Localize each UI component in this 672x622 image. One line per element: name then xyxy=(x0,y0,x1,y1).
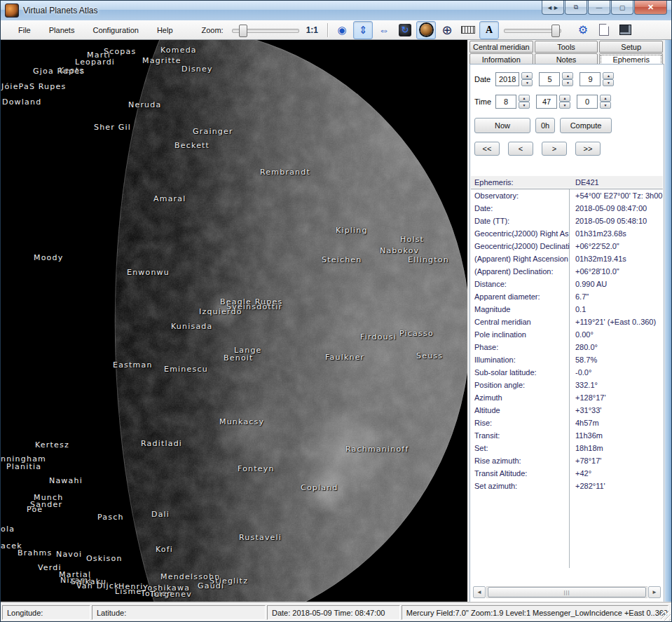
map-label: Enwonwu xyxy=(127,268,170,277)
map-label: Planitia xyxy=(6,462,41,471)
map-label: Van Dijck xyxy=(76,581,120,590)
map-label: Kofi xyxy=(156,545,173,554)
scroll-left-icon[interactable]: ◄ xyxy=(473,586,486,598)
scrollbar-track[interactable]: ||| xyxy=(486,586,647,598)
status-bar: Longitude:Latitude:Date: 2018-05-09 Time… xyxy=(1,603,671,621)
map-label: Kipling xyxy=(336,226,368,235)
map-label: Poe xyxy=(27,505,43,514)
flip-vertical-button[interactable]: ⇕ xyxy=(353,21,373,39)
minimize-button[interactable]: — xyxy=(588,1,610,15)
ephemeris-row: Date (TT): 2018-05-09 05:48:10 xyxy=(471,215,663,227)
ephemeris-row: Magnitude 0.1 xyxy=(471,303,663,316)
spinner-buttons[interactable]: ▲▼ xyxy=(519,95,530,109)
status-segment: Latitude: xyxy=(92,605,266,620)
maximize-button[interactable]: ▢ xyxy=(611,1,633,15)
step-back-fast-button[interactable]: << xyxy=(474,142,500,156)
labels-toggle-button[interactable]: A xyxy=(479,21,499,39)
ephemeris-row: Rise: 4h57m xyxy=(471,417,663,429)
time-field[interactable]: 0▲▼ xyxy=(577,95,611,109)
texture-toggle-button[interactable] xyxy=(416,21,436,39)
pan-left-right-button[interactable]: ◄► xyxy=(542,1,564,15)
panel-horizontal-scrollbar[interactable]: ◄ ||| ► xyxy=(473,586,661,598)
ephemeris-row: Central meridian +119°21' (+East 0..360) xyxy=(471,316,663,328)
planet-map[interactable]: ScopasKomedaMartiLeopardiKeatsGjoa Rupes… xyxy=(1,40,467,604)
spin-up-icon: ▲ xyxy=(562,72,573,79)
spinner-buttons[interactable]: ▲▼ xyxy=(600,95,611,109)
map-label: Dowland xyxy=(2,97,41,107)
spinner-buttons[interactable]: ▲▼ xyxy=(521,72,533,86)
zoom-slider-thumb[interactable] xyxy=(239,25,247,37)
close-button[interactable]: ✕ xyxy=(634,1,667,15)
time-field[interactable]: 8▲▼ xyxy=(495,95,530,109)
date-field[interactable]: 9▲▼ xyxy=(580,72,614,86)
window-controls: ◄►⧉—▢✕ xyxy=(541,1,671,20)
spinner-buttons[interactable]: ▲▼ xyxy=(559,95,570,109)
ephemeris-row: Ephemeris: DE421 xyxy=(471,175,663,189)
now-button[interactable]: Now xyxy=(474,118,530,133)
spin-down-icon: ▼ xyxy=(519,102,530,109)
zero-hour-button[interactable]: 0h xyxy=(535,118,555,133)
zoom-slider[interactable] xyxy=(232,24,299,36)
ephemeris-row: Rise azimuth: +78°17' xyxy=(471,454,663,467)
scrollbar-thumb[interactable]: ||| xyxy=(488,587,646,597)
toolbar-separator xyxy=(327,23,328,37)
spinner-buttons[interactable]: ▲▼ xyxy=(603,72,614,86)
map-label: Verdi xyxy=(38,563,62,572)
time-field[interactable]: 47▲▼ xyxy=(536,95,570,109)
compute-button[interactable]: Compute xyxy=(560,118,612,133)
toolbar: FilePlanetsConfigurationHelp Zoom: 1:1 ◉… xyxy=(1,20,671,40)
spin-down-icon: ▼ xyxy=(562,79,573,86)
map-label: Munkacsy xyxy=(219,417,264,426)
map-label: Disney xyxy=(181,65,213,74)
step-back-button[interactable]: < xyxy=(508,142,533,156)
side-panel: Central meridianToolsSetup InformationNo… xyxy=(469,40,665,604)
step-forward-button[interactable]: > xyxy=(542,142,567,156)
toolbar-buttons-right: ⚙ xyxy=(572,21,636,39)
map-label: Gjoa Rupes xyxy=(33,67,85,76)
settings-button[interactable]: ⚙ xyxy=(573,21,593,39)
map-label: Brahms xyxy=(18,548,52,557)
step-forward-fast-button[interactable]: >> xyxy=(575,142,601,156)
status-segment: Date: 2018-05-09 Time: 08:47:00 xyxy=(267,605,400,620)
menu-bar: FilePlanetsConfigurationHelp xyxy=(9,20,182,39)
level-slider[interactable] xyxy=(504,24,561,36)
app-icon xyxy=(5,4,19,18)
map-label: Rembrandt xyxy=(260,168,310,177)
detach-view-button[interactable]: ⧉ xyxy=(565,1,587,15)
mercury-globe xyxy=(1,40,467,604)
map-label: Eminescu xyxy=(164,365,208,374)
grid-toggle-button[interactable]: ⊕ xyxy=(437,21,457,39)
center-view-button[interactable]: ◉ xyxy=(332,21,352,39)
resize-grip[interactable] xyxy=(661,611,671,621)
map-label: Neruda xyxy=(128,100,161,109)
ephemeris-row: Azimuth +128°17' xyxy=(471,391,663,404)
title-bar[interactable]: Virtual Planets Atlas ◄►⧉—▢✕ xyxy=(1,1,671,20)
map-label: Beckett xyxy=(174,141,210,150)
menu-item[interactable]: Configuration xyxy=(83,20,147,39)
rotate-view-button[interactable]: ↻ xyxy=(395,21,415,39)
spin-down-icon: ▼ xyxy=(521,79,533,86)
tab[interactable]: Setup xyxy=(599,41,663,53)
date-field[interactable]: 5▲▼ xyxy=(539,72,573,86)
date-spinners: 2018▲▼5▲▼9▲▼ xyxy=(495,72,620,86)
measure-button[interactable] xyxy=(458,21,478,39)
map-label: Navoi xyxy=(56,550,82,559)
map-label: Benoit xyxy=(224,353,254,363)
ephemeris-row: Transit Altitude: +42° xyxy=(471,467,663,480)
toolbar-buttons-left: ◉⇕⇔↻⊕A xyxy=(331,21,500,39)
menu-item[interactable]: Planets xyxy=(40,20,84,39)
tab[interactable]: Central meridian xyxy=(469,41,533,53)
scroll-right-icon[interactable]: ► xyxy=(648,586,661,598)
date-field[interactable]: 2018▲▼ xyxy=(495,72,533,86)
spin-up-icon: ▲ xyxy=(603,72,614,79)
menu-item[interactable]: File xyxy=(9,20,40,39)
new-view-button[interactable] xyxy=(594,21,614,39)
spinner-buttons[interactable]: ▲▼ xyxy=(562,72,573,86)
map-label: Turgenev xyxy=(150,590,192,599)
tab[interactable]: Tools xyxy=(535,41,598,53)
flip-horizontal-button[interactable]: ⇔ xyxy=(374,21,394,39)
menu-item[interactable]: Help xyxy=(148,20,182,39)
ephemeris-row: Apparent diameter: 6.7" xyxy=(471,290,663,303)
snapshot-button[interactable] xyxy=(615,21,635,39)
level-slider-thumb[interactable] xyxy=(551,25,560,37)
